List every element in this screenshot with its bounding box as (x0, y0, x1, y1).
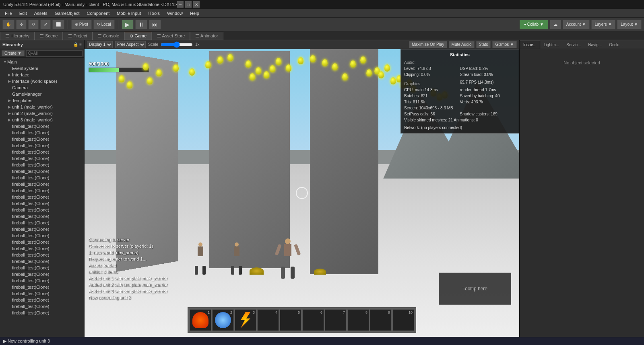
step-button[interactable]: ⏭ (149, 20, 161, 29)
hand-tool-button[interactable]: ✋ (2, 20, 14, 29)
rect-tool-button[interactable]: ⬜ (52, 20, 64, 29)
hierarchy-item-13[interactable]: fireball_test(Clone) (0, 142, 84, 149)
editor-tab-3[interactable]: ☰ Console (93, 32, 124, 40)
inspector-tab-3[interactable]: Navig... (584, 41, 605, 49)
hierarchy-item-34[interactable]: fireball_test(Clone) (0, 277, 84, 284)
action-slot-4[interactable]: 5 (280, 309, 301, 331)
hierarchy-item-15[interactable]: fireball_test(Clone) (0, 155, 84, 162)
inspector-tab-4[interactable]: Occlu... (605, 41, 626, 49)
scale-tool-button[interactable]: ⤢ (40, 20, 51, 29)
play-button[interactable]: ▶ (122, 20, 134, 29)
hierarchy-item-20[interactable]: fireball_test(Clone) (0, 187, 84, 194)
orb-14 (270, 65, 275, 72)
hierarchy-create-button[interactable]: Create ▼ (2, 50, 25, 56)
ice-icon (215, 312, 231, 328)
hierarchy-item-25[interactable]: fireball_test(Clone) (0, 220, 84, 226)
hierarchy-item-12[interactable]: fireball_test(Clone) (0, 136, 84, 142)
hierarchy-item-36[interactable]: fireball_test(Clone) (0, 290, 84, 297)
hierarchy-item-1[interactable]: EventSystem (0, 65, 84, 72)
stats-button[interactable]: Stats (476, 41, 491, 48)
move-tool-button[interactable]: ✛ (16, 20, 27, 29)
hierarchy-item-4[interactable]: Camera (0, 84, 84, 91)
hierarchy-item-37[interactable]: fireball_test(Clone) (0, 297, 84, 303)
hierarchy-item-2[interactable]: ▶Interface (0, 72, 84, 78)
hierarchy-item-9[interactable]: ▶unit 3 (male_warrior) (0, 117, 84, 123)
inspector-tab-0[interactable]: Inspe... (520, 41, 540, 49)
hierarchy-item-17[interactable]: fireball_test(Clone) (0, 168, 84, 175)
hierarchy-item-6[interactable]: ▶Templates (0, 97, 84, 104)
local-button[interactable]: ⟳ Local (93, 20, 115, 29)
hierarchy-item-0[interactable]: ▼Main (0, 59, 84, 65)
menu-item-component[interactable]: Component (83, 10, 113, 16)
hierarchy-item-30[interactable]: fireball_test(Clone) (0, 252, 84, 258)
pivot-button[interactable]: ⊕ Pivot (71, 20, 92, 29)
menu-item-gameobject[interactable]: GameObject (52, 10, 83, 16)
hierarchy-item-3[interactable]: ▶Interface (world space) (0, 78, 84, 84)
minimize-button[interactable]: ─ (177, 1, 184, 8)
hierarchy-item-38[interactable]: fireball_test(Clone) (0, 303, 84, 310)
hierarchy-item-23[interactable]: fireball_test(Clone) (0, 207, 84, 213)
action-slot-8[interactable]: 9 (370, 309, 392, 331)
editor-tab-2[interactable]: ☰ Project (63, 32, 92, 40)
layout-dropdown[interactable]: Layout ▼ (617, 20, 642, 29)
inspector-tab-2[interactable]: Servic... (563, 41, 584, 49)
hierarchy-item-22[interactable]: fireball_test(Clone) (0, 200, 84, 207)
maximize-button[interactable]: □ (185, 1, 192, 8)
action-slot-3[interactable]: 4 (257, 309, 279, 331)
hierarchy-item-11[interactable]: fireball_test(Clone) (0, 129, 84, 136)
action-slot-2[interactable]: 3 (235, 309, 256, 331)
hierarchy-item-7[interactable]: ▶unit 1 (male_warrior) (0, 104, 84, 110)
hierarchy-item-28[interactable]: fireball_test(Clone) (0, 239, 84, 245)
inspector-tab-1[interactable]: Lightm... (540, 41, 563, 49)
menu-item-tools[interactable]: !Tools (145, 10, 163, 16)
close-button[interactable]: ✕ (193, 1, 200, 8)
hierarchy-item-5[interactable]: GameManager (0, 91, 84, 97)
display-select[interactable]: Display 1 (87, 41, 113, 48)
hierarchy-item-14[interactable]: fireball_test(Clone) (0, 149, 84, 155)
hierarchy-item-32[interactable]: fireball_test(Clone) (0, 265, 84, 271)
aspect-select[interactable]: Free Aspect (115, 41, 146, 48)
maximize-on-play-button[interactable]: Maximize On Play (409, 41, 447, 48)
editor-tab-5[interactable]: ☰ Asset Store (152, 32, 190, 40)
menu-item-assets[interactable]: Assets (31, 10, 51, 16)
rotate-tool-button[interactable]: ↻ (28, 20, 39, 29)
editor-tab-1[interactable]: ☰ Scene (35, 32, 63, 40)
hierarchy-item-39[interactable]: fireball_test(Clone) (0, 310, 84, 316)
hierarchy-item-24[interactable]: fireball_test(Clone) (0, 213, 84, 220)
scale-slider[interactable] (161, 41, 193, 48)
menu-item-help[interactable]: Help (187, 10, 202, 16)
action-slot-7[interactable]: 8 (347, 309, 369, 331)
hierarchy-item-8[interactable]: ▶unit 2 (male_warrior) (0, 110, 84, 117)
pause-button[interactable]: ⏸ (135, 20, 147, 29)
hierarchy-item-27[interactable]: fireball_test(Clone) (0, 232, 84, 239)
hierarchy-item-21[interactable]: fireball_test(Clone) (0, 194, 84, 200)
hierarchy-item-16[interactable]: fireball_test(Clone) (0, 162, 84, 168)
menu-item-mobileinput[interactable]: Mobile Input (114, 10, 144, 16)
action-slot-0[interactable]: 1 (190, 309, 211, 331)
account-dropdown[interactable]: Account ▼ (563, 20, 590, 29)
hierarchy-item-31[interactable]: fireball_test(Clone) (0, 258, 84, 265)
action-slot-1[interactable]: 2 (212, 309, 234, 331)
menu-item-edit[interactable]: Edit (16, 10, 30, 16)
action-slot-5[interactable]: 6 (302, 309, 324, 331)
hierarchy-item-33[interactable]: fireball_test(Clone) (0, 271, 84, 277)
hierarchy-item-10[interactable]: fireball_test(Clone) (0, 123, 84, 129)
editor-tab-0[interactable]: ☰ Hierarchy (0, 32, 35, 40)
collab-button[interactable]: ♦ Collab ▼ (520, 20, 548, 29)
action-slot-6[interactable]: 7 (325, 309, 347, 331)
mute-audio-button[interactable]: Mute Audio (449, 41, 475, 48)
cloud-button[interactable]: ☁ (550, 20, 561, 29)
hierarchy-item-19[interactable]: fireball_test(Clone) (0, 181, 84, 187)
hierarchy-item-26[interactable]: fireball_test(Clone) (0, 226, 84, 232)
menu-item-window[interactable]: Window (164, 10, 186, 16)
hierarchy-item-18[interactable]: fireball_test(Clone) (0, 175, 84, 181)
action-slot-9[interactable]: 10 (392, 309, 414, 331)
editor-tab-4[interactable]: ⊙ Game (124, 32, 152, 40)
menu-item-file[interactable]: File (2, 10, 15, 16)
gizmos-button[interactable]: Gizmos ▼ (492, 41, 517, 48)
layers-dropdown[interactable]: Layers ▼ (591, 20, 616, 29)
hierarchy-search-input[interactable] (26, 50, 83, 57)
hierarchy-item-29[interactable]: fireball_test(Clone) (0, 245, 84, 252)
hierarchy-item-35[interactable]: fireball_test(Clone) (0, 284, 84, 290)
editor-tab-6[interactable]: ☰ Animator (190, 32, 223, 40)
